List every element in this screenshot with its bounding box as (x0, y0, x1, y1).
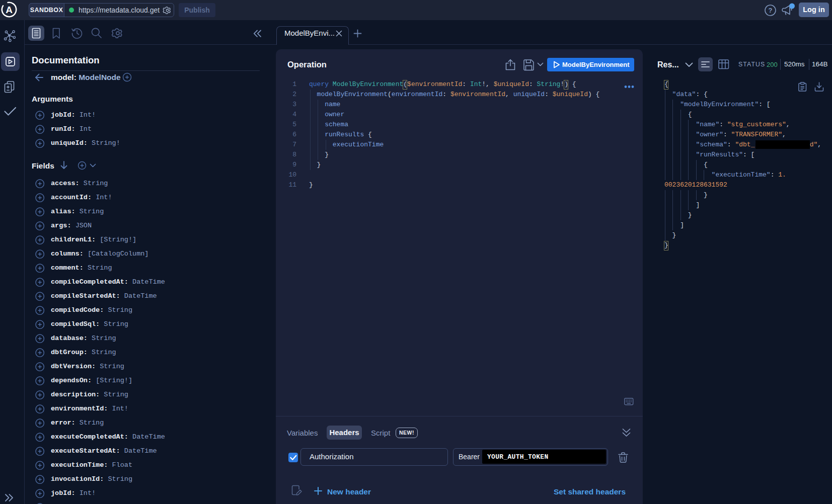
svg-text:A: A (6, 5, 13, 15)
svg-text:?: ? (769, 7, 773, 14)
